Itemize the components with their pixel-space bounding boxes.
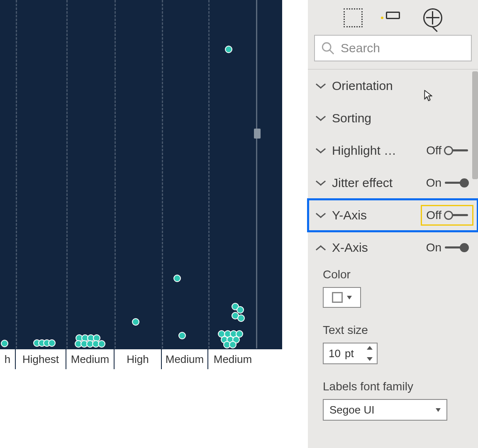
chevron-down-icon	[315, 145, 326, 156]
text-size-spinner[interactable]: 10 pt	[323, 343, 378, 364]
chart-dot[interactable]	[132, 318, 139, 326]
chart-dot[interactable]	[173, 275, 181, 282]
text-size-label: Text size	[323, 324, 468, 337]
xaxis-toggle[interactable]	[445, 243, 468, 252]
x-label: Medium	[162, 349, 208, 369]
color-label: Color	[323, 268, 468, 281]
chart-gridline	[162, 0, 163, 348]
chart-dot[interactable]	[98, 340, 105, 348]
highlight-toggle[interactable]	[445, 146, 468, 155]
font-label: Labels font family	[323, 380, 468, 393]
svg-line-1	[329, 50, 334, 54]
chart-gridline	[16, 0, 17, 348]
svg-point-0	[322, 43, 331, 51]
search-input[interactable]: Search	[314, 35, 472, 61]
x-label: Medium	[208, 349, 257, 369]
x-label: Medium	[66, 349, 115, 369]
step-down-icon[interactable]	[367, 357, 373, 361]
chart-plot-area	[0, 0, 282, 348]
item-sorting[interactable]: Sorting	[308, 102, 478, 134]
chevron-down-icon	[315, 80, 326, 91]
format-tab-icon[interactable]	[383, 8, 402, 27]
item-highlight[interactable]: Highlight … Off	[308, 134, 478, 167]
chart-visual[interactable]: h Highest Medium High Medium Medium	[0, 0, 282, 369]
chart-right-border	[256, 0, 257, 348]
chart-dot[interactable]	[237, 314, 245, 322]
step-up-icon[interactable]	[367, 346, 373, 350]
xaxis-controls: Color Text size 10 pt Labels font family	[308, 264, 478, 429]
chart-dot[interactable]	[178, 332, 186, 339]
chart-gridline	[66, 0, 68, 348]
chevron-up-icon	[315, 242, 326, 253]
spacer	[282, 0, 308, 448]
item-jitter[interactable]: Jitter effect On	[308, 167, 478, 199]
analytics-tab-icon[interactable]	[423, 8, 442, 27]
color-swatch	[332, 292, 343, 303]
chart-scroll-handle[interactable]	[254, 129, 261, 139]
yaxis-toggle[interactable]	[445, 211, 468, 220]
chart-dot[interactable]	[225, 46, 232, 53]
fields-tab-icon[interactable]	[344, 8, 363, 27]
item-yaxis[interactable]: Y-Axis Off	[308, 199, 478, 231]
search-placeholder: Search	[341, 41, 380, 55]
caret-down-icon	[436, 408, 441, 412]
x-label: Highest	[16, 349, 66, 369]
x-label: h	[0, 349, 16, 369]
chart-gridline	[115, 0, 116, 348]
format-panel: Search Orientation Sorting Highlight … O…	[308, 0, 478, 448]
jitter-toggle[interactable]	[445, 178, 468, 187]
panel-tab-row	[308, 4, 478, 31]
chart-dot[interactable]	[1, 340, 8, 347]
font-dropdown[interactable]: Segoe UI	[323, 399, 447, 421]
search-icon	[321, 41, 335, 55]
item-xaxis[interactable]: X-Axis On	[308, 231, 478, 264]
chart-dot[interactable]	[48, 339, 56, 347]
chevron-down-icon	[315, 210, 326, 221]
x-label: High	[115, 349, 162, 369]
chart-dot[interactable]	[229, 341, 237, 348]
chart-x-labels: h Highest Medium High Medium Medium	[0, 348, 282, 369]
color-picker[interactable]	[323, 287, 361, 308]
caret-down-icon	[347, 296, 352, 299]
chevron-down-icon	[315, 178, 326, 188]
chart-gridline	[208, 0, 210, 348]
chevron-down-icon	[315, 113, 326, 124]
cursor-icon	[422, 90, 434, 102]
item-orientation[interactable]: Orientation	[308, 70, 478, 102]
